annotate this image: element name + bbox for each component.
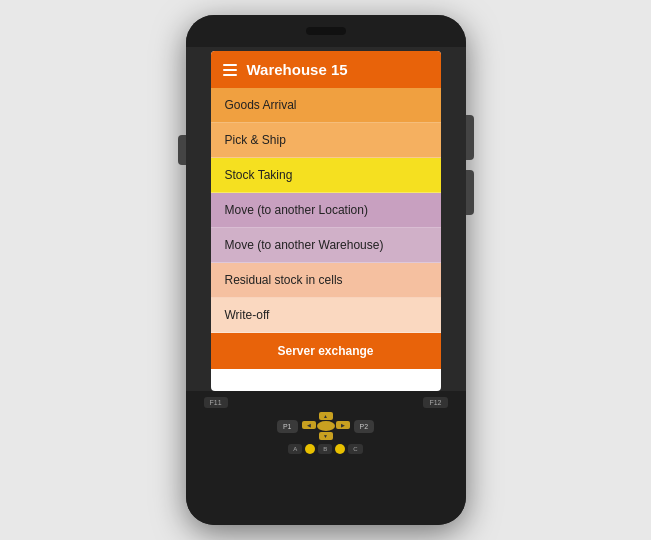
dpad-right[interactable]: ▶: [336, 421, 350, 429]
function-key-row: F11 F12: [196, 397, 456, 408]
p1-key[interactable]: P1: [277, 420, 298, 433]
device-screen: Warehouse 15 Goods Arrival Pick & Ship S…: [211, 51, 441, 391]
device-top: [186, 15, 466, 47]
key-c[interactable]: C: [348, 444, 362, 454]
menu-item-goods-arrival[interactable]: Goods Arrival: [211, 88, 441, 123]
key-b[interactable]: B: [318, 444, 332, 454]
yellow-indicator: [305, 444, 315, 454]
app-title: Warehouse 15: [247, 61, 348, 78]
dpad-center[interactable]: [317, 421, 335, 431]
dpad-left[interactable]: ◀: [302, 421, 316, 429]
p2-key[interactable]: P2: [354, 420, 375, 433]
handheld-device: Warehouse 15 Goods Arrival Pick & Ship S…: [186, 15, 466, 525]
dpad: ▲ ◀ ▶ ▼: [302, 412, 350, 440]
navigation-row: P1 ▲ ◀ ▶ ▼ P2: [196, 412, 456, 440]
menu-item-residual[interactable]: Residual stock in cells: [211, 263, 441, 298]
hamburger-menu-icon[interactable]: [223, 64, 237, 76]
menu-list: Goods Arrival Pick & Ship Stock Taking M…: [211, 88, 441, 333]
alpha-key-row: A B C: [196, 444, 456, 454]
f12-key[interactable]: F12: [423, 397, 447, 408]
side-button-left[interactable]: [178, 135, 186, 165]
f11-key[interactable]: F11: [204, 397, 228, 408]
menu-item-writeoff[interactable]: Write-off: [211, 298, 441, 333]
server-exchange-button[interactable]: Server exchange: [211, 333, 441, 369]
dpad-down[interactable]: ▼: [319, 432, 333, 440]
side-button-right-top[interactable]: [466, 115, 474, 160]
menu-item-pick-ship[interactable]: Pick & Ship: [211, 123, 441, 158]
menu-item-stock-taking[interactable]: Stock Taking: [211, 158, 441, 193]
yellow-indicator-2: [335, 444, 345, 454]
menu-item-move-warehouse[interactable]: Move (to another Warehouse): [211, 228, 441, 263]
menu-item-move-location[interactable]: Move (to another Location): [211, 193, 441, 228]
dpad-up[interactable]: ▲: [319, 412, 333, 420]
app-header: Warehouse 15: [211, 51, 441, 88]
key-a[interactable]: A: [288, 444, 302, 454]
side-button-right-bottom[interactable]: [466, 170, 474, 215]
device-keypad: F11 F12 P1 ▲ ◀ ▶ ▼ P2 A: [186, 391, 466, 525]
